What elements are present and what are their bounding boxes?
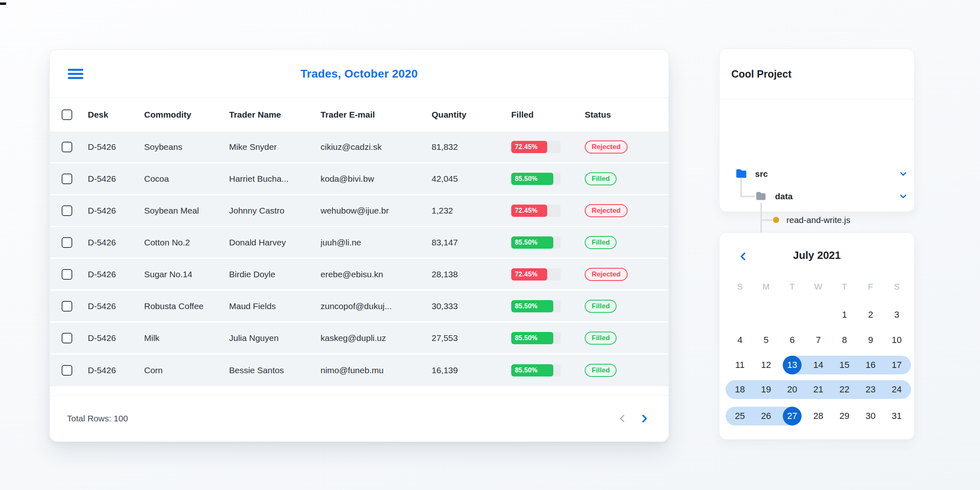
progress-bar: 85.50% bbox=[511, 364, 561, 376]
trader-name-cell: Bessie Santos bbox=[229, 365, 321, 375]
row-checkbox[interactable] bbox=[62, 365, 72, 376]
trader-email-cell: erebe@ebisu.kn bbox=[321, 270, 432, 279]
progress-bar: 85.50% bbox=[511, 173, 561, 185]
file-tree: src data read-and-write.js authenticatio… bbox=[719, 99, 914, 212]
calendar-day[interactable]: 9 bbox=[858, 331, 884, 350]
trader-name-cell: Julia Nguyen bbox=[229, 333, 321, 343]
calendar-day[interactable]: 5 bbox=[753, 331, 779, 350]
calendar-day[interactable]: 29 bbox=[831, 407, 858, 425]
calendar-day[interactable]: 11 bbox=[727, 356, 753, 374]
calendar-day[interactable]: 30 bbox=[858, 407, 884, 425]
row-checkbox[interactable] bbox=[62, 205, 72, 216]
select-all-checkbox[interactable] bbox=[62, 109, 72, 120]
calendar-day[interactable]: 16 bbox=[858, 356, 884, 374]
calendar-empty-cell bbox=[805, 305, 831, 324]
filled-cell: 85.50% bbox=[511, 364, 585, 376]
chevron-down-icon[interactable] bbox=[898, 169, 908, 179]
status-cell: Filled bbox=[585, 332, 657, 345]
calendar-day[interactable]: 31 bbox=[884, 407, 910, 425]
calendar-day[interactable]: 18 bbox=[727, 380, 753, 399]
filled-cell: 72.45% bbox=[511, 205, 585, 217]
status-badge: Filled bbox=[585, 300, 617, 313]
calendar-empty-cell bbox=[779, 305, 805, 324]
quantity-cell: 81,832 bbox=[432, 142, 511, 152]
row-checkbox[interactable] bbox=[62, 174, 72, 184]
table-row[interactable]: D-5426Soybean MealJohnny Castrowehubow@i… bbox=[50, 195, 668, 227]
row-checkbox-cell bbox=[62, 174, 88, 184]
table-row[interactable]: D-5426Robusta CoffeeMaud Fieldszuncopof@… bbox=[50, 291, 668, 323]
row-checkbox[interactable] bbox=[62, 269, 72, 280]
table-row[interactable]: D-5426CornBessie Santosnimo@funeb.mu16,1… bbox=[50, 354, 668, 386]
total-rows-label: Total Rows: 100 bbox=[67, 414, 128, 423]
calendar-day[interactable]: 23 bbox=[858, 380, 884, 399]
calendar-day[interactable]: 22 bbox=[831, 380, 858, 399]
table-row[interactable]: D-5426MilkJulia Nguyenkaskeg@dupli.uz27,… bbox=[50, 323, 668, 354]
calendar-day[interactable]: 8 bbox=[831, 331, 858, 350]
calendar-day[interactable]: 20 bbox=[779, 380, 805, 399]
calendar-day[interactable]: 17 bbox=[884, 356, 910, 374]
screenshot-artifact bbox=[0, 2, 6, 5]
quantity-cell: 1,232 bbox=[432, 206, 511, 216]
calendar-cells: 11121314151617 bbox=[727, 356, 910, 374]
status-badge: Filled bbox=[585, 364, 617, 377]
calendar-day[interactable]: 6 bbox=[779, 331, 805, 350]
weekday-label: T bbox=[831, 282, 858, 292]
trader-name-cell: Donald Harvey bbox=[229, 238, 321, 247]
progress-bar-fill: 85.50% bbox=[511, 173, 553, 185]
calendar-selected-day[interactable]: 13 bbox=[783, 356, 802, 374]
commodity-cell: Milk bbox=[144, 333, 229, 343]
trader-email-cell: nimo@funeb.mu bbox=[321, 365, 432, 375]
calendar-day[interactable]: 1 bbox=[831, 305, 858, 324]
weekday-label: S bbox=[727, 282, 753, 292]
filled-cell: 85.50% bbox=[511, 332, 585, 344]
calendar-day[interactable]: 10 bbox=[884, 331, 910, 350]
calendar-day[interactable]: 7 bbox=[805, 331, 831, 350]
weekday-label: W bbox=[805, 282, 831, 292]
table-footer: Total Rows: 100 bbox=[50, 395, 668, 441]
calendar-week-row: 123 bbox=[727, 305, 910, 324]
calendar-day[interactable]: 25 bbox=[727, 407, 753, 425]
calendar-day[interactable]: 14 bbox=[805, 356, 831, 374]
calendar-day[interactable]: 28 bbox=[805, 407, 831, 425]
trader-name-cell: Birdie Doyle bbox=[229, 270, 321, 279]
progress-bar-fill: 85.50% bbox=[511, 364, 553, 376]
calendar-day[interactable]: 21 bbox=[805, 380, 831, 399]
calendar-day[interactable]: 3 bbox=[884, 305, 910, 324]
calendar-day[interactable]: 15 bbox=[831, 356, 858, 374]
calendar-day[interactable]: 13 bbox=[779, 356, 805, 374]
calendar-selected-day[interactable]: 27 bbox=[783, 407, 802, 425]
column-header-filled: Filled bbox=[511, 110, 585, 120]
row-checkbox[interactable] bbox=[62, 237, 72, 248]
calendar-day[interactable]: 27 bbox=[779, 407, 805, 425]
weekday-label: S bbox=[884, 282, 910, 292]
row-checkbox[interactable] bbox=[62, 142, 72, 152]
table-row[interactable]: D-5426CocoaHarriet Bucha...koda@bivi.bw4… bbox=[50, 163, 668, 195]
table-row[interactable]: D-5426SoybeansMike Snydercikiuz@cadzi.sk… bbox=[50, 131, 668, 163]
calendar-day[interactable]: 24 bbox=[884, 380, 910, 399]
trader-email-cell: zuncopof@dukuj... bbox=[321, 301, 432, 311]
tree-item-src[interactable] bbox=[719, 165, 914, 183]
calendar-day[interactable]: 4 bbox=[727, 331, 753, 350]
weekday-label: T bbox=[779, 282, 805, 292]
calendar-day[interactable]: 12 bbox=[753, 356, 779, 374]
calendar-day[interactable]: 19 bbox=[753, 380, 779, 399]
project-card: Cool Project src data bbox=[719, 49, 915, 212]
row-checkbox[interactable] bbox=[62, 333, 72, 343]
calendar-day[interactable]: 26 bbox=[753, 407, 779, 425]
previous-page-button[interactable] bbox=[616, 412, 628, 425]
row-checkbox[interactable] bbox=[62, 301, 72, 312]
tree-label-data: data bbox=[775, 192, 793, 201]
chevron-down-icon[interactable] bbox=[898, 192, 908, 201]
calendar-day[interactable]: 2 bbox=[858, 305, 884, 324]
table-card-header: Trades, October 2020 bbox=[50, 50, 668, 98]
table-row[interactable]: D-5426Cotton No.2Donald Harveyjuuh@li.ne… bbox=[50, 227, 668, 259]
calendar-empty-cell bbox=[727, 305, 753, 324]
calendar-cells: 45678910 bbox=[727, 331, 910, 350]
hamburger-menu-icon[interactable] bbox=[68, 67, 83, 81]
table-row[interactable]: D-5426Sugar No.14Birdie Doyleerebe@ebisu… bbox=[50, 259, 668, 291]
next-page-button[interactable] bbox=[638, 412, 650, 425]
desk-cell: D-5426 bbox=[88, 142, 144, 152]
trader-email-cell: kaskeg@dupli.uz bbox=[321, 333, 432, 343]
row-checkbox-cell bbox=[62, 142, 88, 152]
tree-item-data[interactable] bbox=[719, 187, 914, 205]
